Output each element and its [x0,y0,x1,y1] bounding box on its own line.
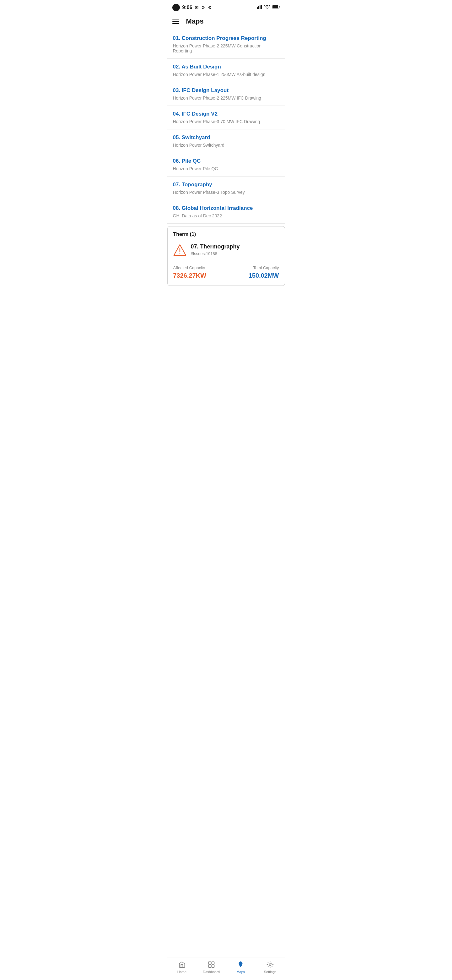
status-right-icons [257,5,280,10]
map-item-subtitle-2: Horizon Power Phase-1 256MW As-built des… [173,72,279,77]
battery-icon [272,5,280,10]
wifi-icon [264,5,270,10]
map-item-title-4: 04. IFC Design V2 [173,111,279,117]
map-item-subtitle-4: Horizon Power Phase-3 70 MW IFC Drawing [173,119,279,124]
status-circle [172,4,180,11]
affected-capacity-block: Affected Capacity 7326.27KW [173,266,226,279]
map-item-subtitle-1: Horizon Power Phase-2 225MW Construction… [173,43,279,53]
map-item-1[interactable]: 01. Construction Progress Reporting Hori… [167,30,285,59]
content-area: 01. Construction Progress Reporting Hori… [167,30,285,311]
map-item-title-2: 02. As Built Design [173,64,279,70]
therm-card[interactable]: 07. Thermography #Issues:19188 Affected … [168,240,285,286]
map-item-2[interactable]: 02. As Built Design Horizon Power Phase-… [167,59,285,82]
map-item-title-1: 01. Construction Progress Reporting [173,35,279,41]
map-item-title-7: 07. Topography [173,181,279,188]
status-left: 9:06 ✉ ⚙ ⚙ [172,4,212,11]
header: Maps [167,14,285,30]
therm-section: Therm (1) 07. Thermography #Issues:19188 [167,226,285,286]
affected-capacity-value: 7326.27KW [173,272,226,279]
therm-card-info: 07. Thermography #Issues:19188 [191,243,279,256]
hamburger-line-2 [172,21,179,22]
therm-card-top: 07. Thermography #Issues:19188 [173,243,279,257]
svg-point-8 [179,253,180,254]
status-time: 9:06 [182,5,192,10]
total-capacity-block: Total Capacity 150.02MW [226,266,279,279]
map-item-4[interactable]: 04. IFC Design V2 Horizon Power Phase-3 … [167,106,285,129]
warning-icon [173,243,186,257]
map-item-3[interactable]: 03. IFC Design Layout Horizon Power Phas… [167,82,285,106]
total-capacity-value: 150.02MW [226,272,279,279]
map-item-8[interactable]: 08. Global Horizontal Irradiance GHI Dat… [167,200,285,224]
map-item-7[interactable]: 07. Topography Horizon Power Phase-3 Top… [167,177,285,200]
map-item-subtitle-7: Horizon Power Phase-3 Topo Survey [173,190,279,195]
map-item-subtitle-8: GHI Data as of Dec 2022 [173,213,279,218]
svg-rect-0 [257,7,258,9]
map-item-title-5: 05. Switchyard [173,134,279,141]
therm-card-id: #Issues:19188 [191,251,279,256]
affected-capacity-label: Affected Capacity [173,266,226,270]
notification-icon: ⚙ [208,5,212,10]
map-item-title-6: 06. Pile QC [173,158,279,164]
therm-capacity-row: Affected Capacity 7326.27KW Total Capaci… [173,263,279,279]
map-list: 01. Construction Progress Reporting Hori… [167,30,285,224]
status-bar: 9:06 ✉ ⚙ ⚙ [167,0,285,14]
map-item-subtitle-5: Horizon Power Switchyard [173,143,279,148]
svg-rect-2 [260,5,260,9]
therm-header: Therm (1) [168,226,285,240]
svg-rect-5 [273,5,278,8]
map-item-subtitle-6: Horizon Power Pile QC [173,166,279,171]
hamburger-menu-button[interactable] [172,16,182,26]
mail-icon: ✉ [195,5,199,10]
hamburger-line-3 [172,23,179,24]
map-item-subtitle-3: Horizon Power Phase-2 225MW IFC Drawing [173,95,279,100]
map-item-6[interactable]: 06. Pile QC Horizon Power Pile QC [167,153,285,177]
svg-rect-1 [258,6,259,9]
page-title: Maps [186,17,204,25]
hamburger-line-1 [172,19,179,19]
settings-status-icon: ⚙ [201,5,205,10]
therm-card-title: 07. Thermography [191,243,279,250]
map-item-5[interactable]: 05. Switchyard Horizon Power Switchyard [167,129,285,153]
total-capacity-label: Total Capacity [226,266,279,270]
svg-rect-3 [261,5,262,9]
signal-icon [257,5,262,10]
map-item-title-8: 08. Global Horizontal Irradiance [173,205,279,212]
map-item-title-3: 03. IFC Design Layout [173,88,279,94]
